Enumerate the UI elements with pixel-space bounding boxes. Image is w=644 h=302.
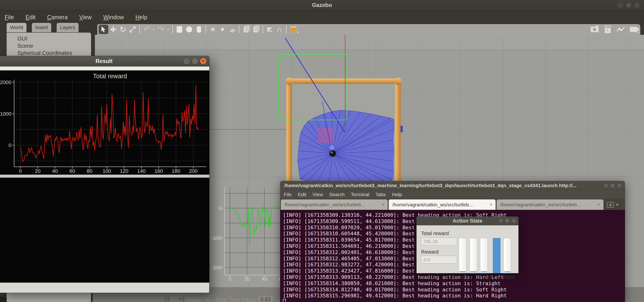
toolbar-screenshot-button[interactable]	[590, 25, 600, 34]
terminal-titlebar[interactable]: /home/vagrant/catkin_ws/src/turtlebot3_m…	[280, 181, 625, 190]
toolbar-plot-button[interactable]	[616, 25, 626, 34]
toolbar-box-button[interactable]	[174, 25, 184, 34]
scale-icon	[129, 26, 136, 33]
toolbar-view-cube-button[interactable]: ▾	[288, 25, 298, 34]
terminal-menu-terminal[interactable]: Terminal	[351, 192, 369, 197]
toolbar-sphere-button[interactable]	[184, 25, 194, 34]
result-window: Result − × Total reward02040608010012014…	[0, 56, 210, 293]
maximize-button[interactable]	[610, 183, 615, 188]
terminal-menu-view[interactable]: View	[312, 192, 323, 197]
minimize-button[interactable]: −	[617, 2, 624, 9]
gazebo-panel-tabs: WorldInsertLayers	[6, 23, 79, 32]
minimize-button[interactable]: −	[604, 183, 608, 188]
action-state-body: Total reward Reward LeftFrontRight	[416, 225, 518, 273]
reward-field[interactable]	[421, 256, 457, 263]
step-icon[interactable]	[179, 296, 184, 302]
toolbar-rotate-button[interactable]: ↻	[118, 25, 128, 34]
toolbar-separator	[239, 26, 239, 33]
maximize-button[interactable]	[505, 218, 510, 223]
svg-text:160: 160	[154, 168, 163, 174]
toolbar-log-button[interactable]: LOG	[603, 25, 612, 34]
open-terminal-icon[interactable]: ▣	[607, 202, 614, 207]
result-toolbar-strip	[0, 67, 209, 70]
rtf-label: Real Time Factor:	[216, 297, 258, 302]
sphere-icon	[186, 27, 192, 33]
action-bar-2	[470, 238, 477, 273]
toolbar-align-button[interactable]	[265, 25, 274, 34]
toolbar-copy-button[interactable]	[241, 25, 251, 34]
maximize-button[interactable]	[192, 58, 198, 64]
svg-text:2000: 2000	[0, 79, 11, 85]
svg-text:-200: -200	[212, 265, 222, 270]
charts-area: Total reward0204060801001201401601802000…	[0, 70, 209, 282]
terminal-log-line: [INFO] [1671358314.380859, 48.621000]: B…	[283, 280, 625, 287]
tab-close-icon[interactable]: ×	[490, 199, 492, 210]
close-button[interactable]: ×	[634, 2, 640, 9]
svg-text:20: 20	[35, 168, 40, 174]
total-reward-chart: Total reward0204060801001201401601802000…	[0, 70, 209, 175]
tab-close-icon[interactable]: ×	[382, 199, 384, 210]
menu-camera[interactable]: Camera	[46, 14, 69, 21]
toolbar-redo-menu-button[interactable]: ▾	[166, 25, 170, 34]
toolbar-select-button[interactable]	[98, 25, 108, 34]
panel-item-scene[interactable]: Scene	[17, 42, 91, 49]
translate-icon	[110, 26, 117, 33]
panel-tab-layers[interactable]: Layers	[56, 23, 79, 32]
terminal-menu-help[interactable]: Help	[392, 192, 402, 197]
tab-list-dropdown-icon[interactable]: ▾	[616, 202, 618, 207]
toolbar-directional-light-button[interactable]	[227, 25, 237, 34]
action-bar-4	[493, 238, 500, 273]
terminal-menu-tabs[interactable]: Tabs	[376, 192, 386, 197]
screen: Gazebo − × FileEditCameraViewWindowHelp …	[0, 0, 644, 302]
panel-tab-insert[interactable]: Insert	[32, 23, 52, 32]
terminal-menu-edit[interactable]: Edit	[298, 192, 306, 197]
toolbar-separator	[206, 26, 206, 33]
action-bar-label-right: Right	[503, 274, 514, 280]
result-titlebar[interactable]: Result − ×	[0, 56, 209, 67]
minimize-button[interactable]: −	[183, 58, 190, 64]
menu-view[interactable]: View	[78, 14, 93, 21]
toolbar-snap-button[interactable]: ∩	[274, 25, 284, 34]
toolbar-paste-button[interactable]	[251, 25, 261, 34]
menu-help[interactable]: Help	[134, 14, 148, 21]
terminal-tab-2[interactable]: /home/vagrant/catkin_ws/src/turtleb...×	[388, 199, 496, 210]
toolbar-record-button[interactable]: ▾	[629, 25, 638, 34]
panel-item-gui[interactable]: GUI	[17, 35, 91, 42]
terminal-tab-3[interactable]: /home/vagrant/catkin_ws/src/turtleb...×	[496, 199, 604, 210]
svg-text:-100: -100	[212, 235, 222, 241]
total-reward-label: Total reward	[421, 230, 449, 236]
pause-icon[interactable]	[165, 296, 170, 302]
toolbar-spot-light-button[interactable]: ✦	[218, 25, 227, 34]
toolbar-redo-button[interactable]: ↷	[156, 25, 166, 34]
close-button[interactable]: ×	[617, 183, 622, 188]
menu-file[interactable]: File	[3, 14, 15, 21]
toolbar-point-light-button[interactable]: ☀	[208, 25, 218, 34]
close-button[interactable]: ×	[200, 58, 206, 64]
tab-close-icon[interactable]: ×	[598, 199, 600, 210]
svg-text:140: 140	[137, 168, 146, 174]
toolbar-translate-button[interactable]	[108, 25, 118, 34]
svg-text:20: 20	[244, 276, 250, 282]
terminal-tab-1[interactable]: /home/vagrant/catkin_ws/src/turtleb...×	[280, 199, 388, 210]
plot-icon	[616, 27, 625, 32]
panel-item-spherical-coordinates[interactable]: Spherical Coordinates	[17, 49, 91, 57]
action-state-titlebar[interactable]: Action State − ×	[416, 216, 518, 225]
panel-tab-world[interactable]: World	[6, 23, 26, 32]
screenshot-icon	[591, 27, 599, 32]
total-reward-field[interactable]	[421, 238, 457, 245]
maximize-button[interactable]	[626, 2, 632, 9]
menu-window[interactable]: Window	[102, 14, 125, 21]
steps-dropdown[interactable]: ▾	[206, 297, 209, 302]
minimize-button[interactable]: −	[498, 218, 503, 223]
action-bar-5	[504, 238, 511, 273]
toolbar-undo-button[interactable]: ↶	[142, 25, 152, 34]
svg-text:40: 40	[52, 168, 58, 174]
terminal-menu-file[interactable]: File	[284, 192, 292, 197]
toolbar-cylinder-button[interactable]	[194, 25, 204, 34]
menu-edit[interactable]: Edit	[24, 14, 37, 21]
toolbar-undo-menu-button[interactable]: ▾	[152, 25, 156, 34]
turtlebot-robot[interactable]	[330, 150, 336, 157]
toolbar-scale-button[interactable]	[128, 25, 138, 34]
terminal-menu-search[interactable]: Search	[329, 192, 345, 197]
close-button[interactable]: ×	[511, 218, 516, 223]
